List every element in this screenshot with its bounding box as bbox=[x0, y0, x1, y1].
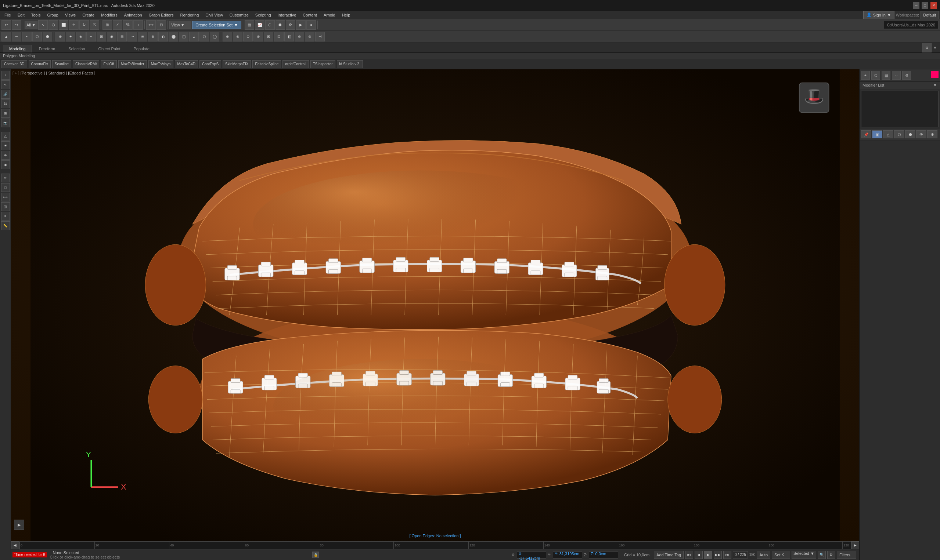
polygon-button[interactable]: ▲ bbox=[2, 32, 11, 42]
go-to-start-button[interactable]: ⏮ bbox=[685, 551, 693, 559]
tool-btn-2[interactable]: ✦ bbox=[66, 32, 75, 42]
left-btn-helpers[interactable]: ⊕ bbox=[1, 151, 10, 160]
mp-tab-display[interactable]: 👁 bbox=[916, 130, 926, 138]
maximize-button[interactable]: □ bbox=[921, 2, 928, 9]
z-coord[interactable]: Z: 0,0cm bbox=[589, 551, 618, 558]
menu-tools[interactable]: Tools bbox=[28, 11, 44, 19]
left-btn-camera[interactable]: 📷 bbox=[1, 118, 10, 127]
plugin-maxtomaya[interactable]: MaxToMaya bbox=[148, 60, 173, 68]
minimize-button[interactable]: ─ bbox=[913, 2, 920, 9]
left-btn-select[interactable]: ↖ bbox=[1, 80, 10, 89]
menu-views[interactable]: Views bbox=[62, 11, 79, 19]
plugin-maxtoblender[interactable]: MaxToBlender bbox=[118, 60, 147, 68]
tool-btn-16[interactable]: ◯ bbox=[210, 32, 219, 42]
plugin-contextexp[interactable]: ContExpS bbox=[199, 60, 221, 68]
menu-graph-editors[interactable]: Graph Editors bbox=[146, 11, 177, 19]
menu-arnold[interactable]: Arnold bbox=[321, 11, 338, 19]
undo-button[interactable]: ↩ bbox=[2, 20, 11, 30]
rp-display-button[interactable]: ○ bbox=[892, 71, 901, 80]
timeline-right-arrow[interactable]: ▶ bbox=[851, 541, 859, 549]
spinner-snap-button[interactable]: ↕ bbox=[133, 20, 143, 30]
plugin-editablespline[interactable]: EditableSpline bbox=[252, 60, 281, 68]
tab-modeling[interactable]: Modeling bbox=[3, 45, 32, 52]
tool-btn-11[interactable]: ◐ bbox=[158, 32, 168, 42]
settings-button[interactable]: ⚙ bbox=[827, 551, 835, 559]
left-btn-align2[interactable]: ≡ bbox=[1, 212, 10, 220]
plugin-maxtoc4d[interactable]: MaxToC4D bbox=[175, 60, 198, 68]
menu-interactive[interactable]: Interactive bbox=[275, 11, 299, 19]
timeline-left-arrow[interactable]: ◀ bbox=[11, 541, 19, 549]
left-btn-bind[interactable]: ⊞ bbox=[1, 109, 10, 118]
redo-button[interactable]: ↪ bbox=[12, 20, 21, 30]
menu-scripting[interactable]: Scripting bbox=[252, 11, 274, 19]
left-btn-create[interactable]: + bbox=[1, 71, 10, 80]
plugin-classtovrmt[interactable]: ClasstoVRMt bbox=[73, 60, 99, 68]
view-dropdown[interactable]: View ▼ bbox=[169, 21, 191, 29]
sign-in-button[interactable]: 👤 Sign In ▼ bbox=[863, 11, 894, 19]
y-coord[interactable]: Y: 31,3195cm bbox=[553, 551, 582, 558]
menu-civil-view[interactable]: Civil View bbox=[202, 11, 225, 19]
selected-dropdown[interactable]: Selected ▼ bbox=[792, 551, 816, 559]
select-name-button[interactable]: ⬡ bbox=[48, 20, 58, 30]
plugin-idstudio[interactable]: id Studio v.2. bbox=[337, 60, 363, 68]
extra-btn-3[interactable]: ⊙ bbox=[243, 32, 253, 42]
select-button[interactable]: ↖ bbox=[38, 20, 48, 30]
scale-button[interactable]: ⇱ bbox=[90, 20, 99, 30]
next-frame-button[interactable]: ▶▶ bbox=[714, 551, 722, 559]
auto-button[interactable]: Auto bbox=[757, 551, 770, 559]
tool-btn-7[interactable]: ⊟ bbox=[117, 32, 127, 42]
plugin-skinmorphfix[interactable]: SkinMorphFIX bbox=[222, 60, 251, 68]
tool-btn-4[interactable]: ⌖ bbox=[86, 32, 96, 42]
plugin-orphfcontroll[interactable]: orphfControll bbox=[282, 60, 309, 68]
mp-tab-motion[interactable]: ⬢ bbox=[905, 130, 915, 138]
lock-button[interactable]: 🔒 bbox=[312, 552, 319, 558]
mp-tab-pin[interactable]: 📌 bbox=[861, 130, 871, 138]
tool-btn-3[interactable]: ◈ bbox=[76, 32, 86, 42]
edge-button[interactable]: ─ bbox=[12, 32, 21, 42]
vertex-button[interactable]: • bbox=[22, 32, 32, 42]
menu-edit[interactable]: Edit bbox=[15, 11, 28, 19]
plugin-checker3d[interactable]: Checker_3D bbox=[2, 60, 27, 68]
x-coord[interactable]: X: -37,5412cm bbox=[517, 551, 546, 558]
extra-btn-4[interactable]: ⊛ bbox=[253, 32, 263, 42]
layer-button[interactable]: ▤ bbox=[245, 20, 254, 30]
move-button[interactable]: ✛ bbox=[69, 20, 79, 30]
left-btn-lights[interactable]: ☀ bbox=[1, 141, 10, 150]
rp-utility-button[interactable]: ⚙ bbox=[902, 71, 911, 80]
tool-btn-15[interactable]: ⬡ bbox=[199, 32, 209, 42]
left-btn-measure[interactable]: 📏 bbox=[1, 221, 10, 230]
mp-tab-utility[interactable]: ⚙ bbox=[927, 130, 937, 138]
left-btn-spacewarps[interactable]: ◉ bbox=[1, 160, 10, 169]
tool-btn-5[interactable]: ⊞ bbox=[97, 32, 106, 42]
percent-snap-button[interactable]: % bbox=[123, 20, 133, 30]
menu-content[interactable]: Content bbox=[300, 11, 320, 19]
active-shade-button[interactable]: ● bbox=[306, 20, 316, 30]
angle-snap-button[interactable]: ∠ bbox=[113, 20, 122, 30]
left-btn-paint[interactable]: ✏ bbox=[1, 174, 10, 182]
tab-selection[interactable]: Selection bbox=[62, 45, 91, 52]
extra-btn-6[interactable]: ⊡ bbox=[274, 32, 284, 42]
left-btn-poly[interactable]: ⬡ bbox=[1, 183, 10, 192]
search-button[interactable]: 🔍 bbox=[818, 551, 826, 559]
rotate-button[interactable]: ↻ bbox=[79, 20, 89, 30]
tab-populate[interactable]: Populate bbox=[127, 45, 155, 52]
filters-button[interactable]: Filters... bbox=[837, 551, 856, 559]
mirror-button[interactable]: ⟺ bbox=[146, 20, 156, 30]
left-btn-unlink[interactable]: ⛓ bbox=[1, 100, 10, 108]
tab-freeform[interactable]: Freeform bbox=[33, 45, 62, 52]
left-btn-link[interactable]: 🔗 bbox=[1, 90, 10, 99]
play-button[interactable]: ▶ bbox=[704, 551, 712, 559]
frame-counter[interactable]: 0 / 225 bbox=[733, 551, 748, 558]
tab-object-paint[interactable]: Object Paint bbox=[92, 45, 127, 52]
create-selection-set-button[interactable]: Create Selection Set ▼ bbox=[192, 21, 241, 29]
timeline-track[interactable]: 0 20 40 60 80 100 120 140 160 180 200 22… bbox=[19, 541, 851, 549]
extra-btn-8[interactable]: ⊝ bbox=[295, 32, 304, 42]
schematic-button[interactable]: ⬡ bbox=[265, 20, 275, 30]
menu-group[interactable]: Group bbox=[44, 11, 61, 19]
tool-btn-10[interactable]: ⊕ bbox=[148, 32, 157, 42]
tool-btn-14[interactable]: ⊿ bbox=[189, 32, 199, 42]
menu-rendering[interactable]: Rendering bbox=[178, 11, 202, 19]
tab-settings-button[interactable]: ⚙ bbox=[922, 43, 932, 52]
tool-btn-12[interactable]: ⬤ bbox=[168, 32, 178, 42]
extra-btn-7[interactable]: ◧ bbox=[284, 32, 294, 42]
